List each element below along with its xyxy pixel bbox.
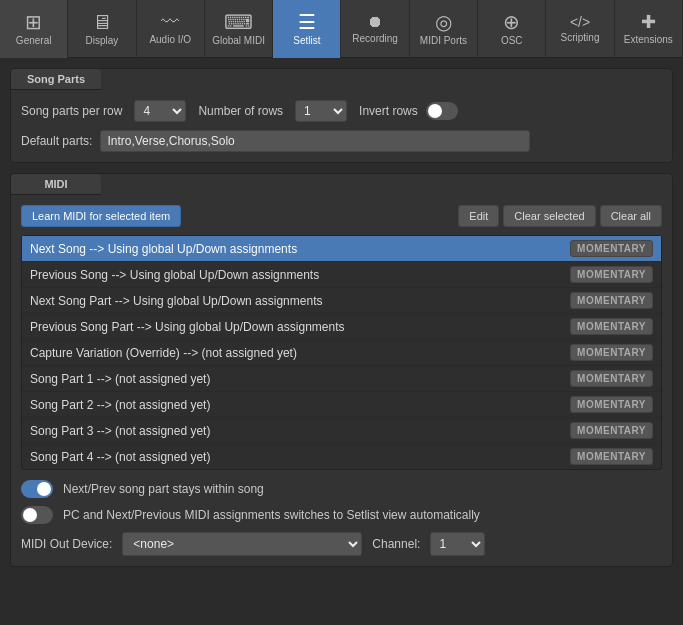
momentary-badge: MOMENTARY xyxy=(570,448,653,465)
nav-label-setlist: Setlist xyxy=(293,35,320,46)
song-parts-row1: Song parts per row 4 2 3 6 8 Number of r… xyxy=(21,100,662,122)
midi-table-row[interactable]: Capture Variation (Override) --> (not as… xyxy=(22,340,661,366)
channel-select[interactable]: 1 2 3 xyxy=(430,532,485,556)
scripting-icon: </> xyxy=(570,15,590,29)
recording-icon: ⏺ xyxy=(367,14,383,30)
setlist-icon: ☰ xyxy=(298,12,316,32)
momentary-badge: MOMENTARY xyxy=(570,370,653,387)
learn-midi-button[interactable]: Learn MIDI for selected item xyxy=(21,205,181,227)
midi-out-row: MIDI Out Device: <none> Channel: 1 2 3 xyxy=(21,532,662,556)
default-parts-row: Default parts: xyxy=(21,130,662,152)
content-area: Song Parts Song parts per row 4 2 3 6 8 … xyxy=(0,58,683,587)
channel-label: Channel: xyxy=(372,537,420,551)
midi-ports-icon: ◎ xyxy=(435,12,452,32)
midi-table-row[interactable]: Song Part 1 --> (not assigned yet)MOMENT… xyxy=(22,366,661,392)
clear-all-button[interactable]: Clear all xyxy=(600,205,662,227)
parts-per-row-select[interactable]: 4 2 3 6 8 xyxy=(134,100,186,122)
toggle1-row: Next/Prev song part stays within song xyxy=(21,480,662,498)
display-icon: 🖥 xyxy=(92,12,112,32)
midi-panel: MIDI Learn MIDI for selected item Edit C… xyxy=(10,173,673,567)
nav-item-osc[interactable]: ⊕ OSC xyxy=(478,0,546,58)
midi-table-row[interactable]: Song Part 2 --> (not assigned yet)MOMENT… xyxy=(22,392,661,418)
song-parts-body: Song parts per row 4 2 3 6 8 Number of r… xyxy=(11,90,672,162)
momentary-badge: MOMENTARY xyxy=(570,266,653,283)
song-parts-panel: Song Parts Song parts per row 4 2 3 6 8 … xyxy=(10,68,673,163)
toggle2-row: PC and Next/Previous MIDI assignments sw… xyxy=(21,506,662,524)
midi-header: MIDI xyxy=(11,174,101,195)
midi-row-label: Previous Song Part --> Using global Up/D… xyxy=(30,320,570,334)
midi-rows-container: Next Song --> Using global Up/Down assig… xyxy=(21,235,662,470)
midi-row-label: Song Part 2 --> (not assigned yet) xyxy=(30,398,570,412)
default-parts-input[interactable] xyxy=(100,130,530,152)
nav-label-midi-ports: MIDI Ports xyxy=(420,35,467,46)
nav-label-osc: OSC xyxy=(501,35,523,46)
midi-out-label: MIDI Out Device: xyxy=(21,537,112,551)
midi-table-row[interactable]: Previous Song Part --> Using global Up/D… xyxy=(22,314,661,340)
nav-item-audio-io[interactable]: 〰 Audio I/O xyxy=(137,0,205,58)
nav-item-scripting[interactable]: </> Scripting xyxy=(546,0,614,58)
nav-bar: ⊞ General 🖥 Display 〰 Audio I/O ⌨ Global… xyxy=(0,0,683,58)
nav-label-extensions: Extensions xyxy=(624,34,673,45)
nav-label-scripting: Scripting xyxy=(561,32,600,43)
edit-button[interactable]: Edit xyxy=(458,205,499,227)
nav-label-audio-io: Audio I/O xyxy=(149,34,191,45)
parts-per-row-label: Song parts per row xyxy=(21,104,122,118)
midi-table-row[interactable]: Next Song --> Using global Up/Down assig… xyxy=(22,236,661,262)
midi-row-label: Song Part 4 --> (not assigned yet) xyxy=(30,450,570,464)
nav-item-display[interactable]: 🖥 Display xyxy=(68,0,136,58)
midi-table-row[interactable]: Song Part 3 --> (not assigned yet)MOMENT… xyxy=(22,418,661,444)
momentary-badge: MOMENTARY xyxy=(570,422,653,439)
nav-item-extensions[interactable]: ✚ Extensions xyxy=(615,0,683,58)
midi-row-label: Capture Variation (Override) --> (not as… xyxy=(30,346,570,360)
momentary-badge: MOMENTARY xyxy=(570,396,653,413)
momentary-badge: MOMENTARY xyxy=(570,318,653,335)
midi-row-label: Next Song --> Using global Up/Down assig… xyxy=(30,242,570,256)
invert-rows-label: Invert rows xyxy=(359,104,418,118)
nav-item-general[interactable]: ⊞ General xyxy=(0,0,68,58)
midi-toolbar: Learn MIDI for selected item Edit Clear … xyxy=(21,205,662,227)
nav-item-global-midi[interactable]: ⌨ Global MIDI xyxy=(205,0,273,58)
osc-icon: ⊕ xyxy=(503,12,520,32)
nav-label-recording: Recording xyxy=(352,33,398,44)
global-midi-icon: ⌨ xyxy=(224,12,253,32)
nav-item-midi-ports[interactable]: ◎ MIDI Ports xyxy=(410,0,478,58)
next-prev-song-part-toggle[interactable] xyxy=(21,480,53,498)
nav-label-general: General xyxy=(16,35,52,46)
momentary-badge: MOMENTARY xyxy=(570,344,653,361)
general-icon: ⊞ xyxy=(25,12,42,32)
clear-selected-button[interactable]: Clear selected xyxy=(503,205,595,227)
toggle1-label: Next/Prev song part stays within song xyxy=(63,482,264,496)
invert-rows-toggle[interactable] xyxy=(426,102,458,120)
num-rows-label: Number of rows xyxy=(198,104,283,118)
midi-row-label: Song Part 3 --> (not assigned yet) xyxy=(30,424,570,438)
momentary-badge: MOMENTARY xyxy=(570,292,653,309)
toggle2-label: PC and Next/Previous MIDI assignments sw… xyxy=(63,508,480,522)
midi-table-row[interactable]: Previous Song --> Using global Up/Down a… xyxy=(22,262,661,288)
midi-table-row[interactable]: Song Part 4 --> (not assigned yet)MOMENT… xyxy=(22,444,661,469)
song-parts-header: Song Parts xyxy=(11,69,101,90)
midi-row-label: Next Song Part --> Using global Up/Down … xyxy=(30,294,570,308)
momentary-badge: MOMENTARY xyxy=(570,240,653,257)
num-rows-select[interactable]: 1 2 3 4 xyxy=(295,100,347,122)
midi-row-label: Previous Song --> Using global Up/Down a… xyxy=(30,268,570,282)
midi-body: Learn MIDI for selected item Edit Clear … xyxy=(11,195,672,566)
midi-row-label: Song Part 1 --> (not assigned yet) xyxy=(30,372,570,386)
midi-table-row[interactable]: Next Song Part --> Using global Up/Down … xyxy=(22,288,661,314)
audio-io-icon: 〰 xyxy=(161,13,179,31)
invert-rows-container: Invert rows xyxy=(359,102,458,120)
nav-label-display: Display xyxy=(86,35,119,46)
midi-out-select[interactable]: <none> xyxy=(122,532,362,556)
nav-item-setlist[interactable]: ☰ Setlist xyxy=(273,0,341,58)
default-parts-label: Default parts: xyxy=(21,134,92,148)
nav-label-global-midi: Global MIDI xyxy=(212,35,265,46)
extensions-icon: ✚ xyxy=(641,13,656,31)
pc-next-prev-toggle[interactable] xyxy=(21,506,53,524)
nav-item-recording[interactable]: ⏺ Recording xyxy=(341,0,409,58)
